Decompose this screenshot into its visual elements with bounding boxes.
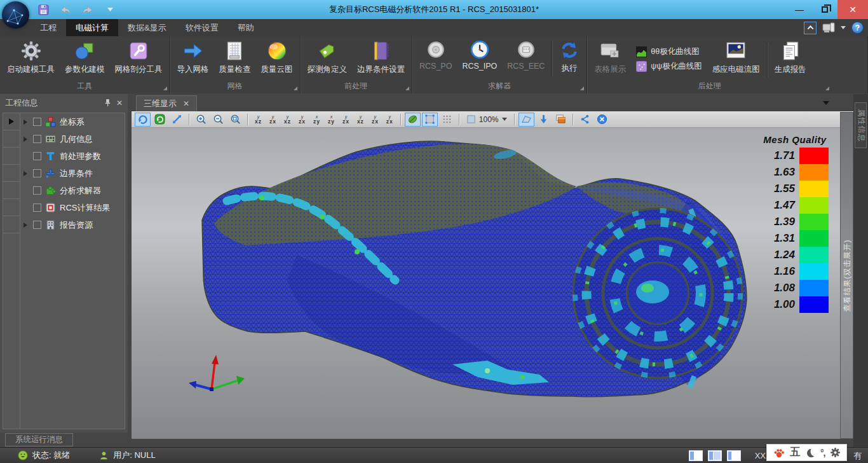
pan-zoom-button[interactable]: [169, 113, 185, 127]
save-button[interactable]: [37, 3, 50, 16]
3d-viewport[interactable]: Mesh Quality 1.71 1.63 1.55 1.47 1.39 1.…: [132, 128, 840, 439]
dialog-launcher-icon[interactable]: [294, 86, 297, 90]
axis-view-button-4[interactable]: yzx: [295, 113, 309, 127]
axis-view-button-9[interactable]: yzx: [369, 113, 382, 127]
axis-view-button-6[interactable]: xzy: [325, 113, 338, 127]
axis-view-button-8[interactable]: yxz: [354, 113, 367, 127]
help-button[interactable]: ?: [851, 22, 864, 34]
layout-narrow-panel-icon[interactable]: [727, 450, 741, 461]
quality-check-button[interactable]: 质量检查: [214, 38, 256, 81]
tree-item-preprocess-params[interactable]: 前处理参数: [20, 148, 125, 165]
ime-gear-icon[interactable]: [830, 447, 841, 458]
flat-surface-button[interactable]: [422, 113, 438, 127]
axis-view-button-5[interactable]: xzy: [310, 113, 323, 127]
checkbox[interactable]: [33, 118, 41, 126]
tree-item-boundary-condition[interactable]: 边界条件: [20, 165, 125, 182]
dialog-launcher-icon[interactable]: [825, 86, 829, 90]
tab-close-icon[interactable]: ✕: [183, 99, 189, 108]
redo-button[interactable]: [81, 3, 94, 16]
start-modeling-tool-button[interactable]: 启动建模工具: [2, 38, 60, 81]
table-display-button[interactable]: 表格展示: [589, 38, 631, 81]
window-layers-button[interactable]: [553, 113, 569, 127]
ime-punctuation-mode[interactable]: °,: [820, 448, 825, 458]
axis-view-button-3[interactable]: yxz: [281, 113, 294, 127]
checkbox[interactable]: [33, 152, 41, 160]
restore-button[interactable]: [812, 0, 837, 19]
rcs-po-button[interactable]: RCS_PO: [414, 38, 457, 81]
wireframe-points-button[interactable]: [439, 113, 455, 127]
axis-view-button-7[interactable]: yzx: [339, 113, 353, 127]
system-messages-tab[interactable]: 系统运行消息: [5, 433, 73, 446]
results-collapsed-panel[interactable]: 查看结果(双击展开): [840, 112, 853, 439]
menu-tab-help[interactable]: 帮助: [228, 19, 264, 36]
generate-report-button[interactable]: 生成报告: [770, 38, 811, 81]
meshing-tool-button[interactable]: 网格剖分工具: [110, 38, 168, 81]
checkbox[interactable]: [33, 169, 41, 177]
tree-item-report-resources[interactable]: 报告资源: [20, 216, 125, 233]
ime-wubi-mode[interactable]: 五: [790, 446, 801, 459]
layout-split-panel-icon[interactable]: [708, 450, 722, 461]
tree-item-geometry-info[interactable]: 几何信息: [20, 130, 125, 148]
quality-cloud-button[interactable]: 质量云图: [256, 38, 298, 81]
checkbox[interactable]: [33, 186, 41, 195]
dialog-launcher-icon[interactable]: [163, 86, 167, 90]
properties-panel-tab[interactable]: 属性信息: [855, 102, 867, 148]
ime-paw-icon[interactable]: [773, 447, 785, 459]
expander[interactable]: [24, 137, 29, 142]
pin-icon[interactable]: [104, 99, 111, 107]
zoom-in-button[interactable]: [193, 113, 209, 127]
zoom-fit-button[interactable]: [227, 113, 243, 127]
clip-plane-button[interactable]: [519, 113, 534, 127]
induced-current-map-button[interactable]: 感应电磁流图: [707, 38, 765, 81]
minimize-button[interactable]: —: [787, 0, 812, 19]
orbit-view-button[interactable]: [152, 113, 168, 127]
display-device-icon[interactable]: [822, 22, 835, 34]
axis-view-button-1[interactable]: yxz: [252, 113, 265, 127]
import-mesh-button[interactable]: 导入网格: [172, 38, 214, 81]
drop-view-button[interactable]: [536, 113, 552, 127]
expander[interactable]: [24, 223, 29, 228]
psi-polarization-curve-button[interactable]: ψψ极化曲线图: [636, 61, 702, 72]
tree-item-coordinate-system[interactable]: 坐标系: [20, 113, 125, 130]
menu-tab-settings[interactable]: 软件设置: [176, 19, 228, 36]
rcs-eec-button[interactable]: RCS_EEC: [502, 38, 550, 81]
undo-button[interactable]: [59, 3, 72, 16]
boundary-condition-button[interactable]: 边界条件设置: [352, 38, 410, 81]
dialog-launcher-icon[interactable]: [405, 86, 409, 90]
ime-moon-icon[interactable]: [805, 448, 815, 458]
qat-dropdown[interactable]: [104, 3, 116, 16]
menu-tab-project[interactable]: 工程: [31, 19, 66, 36]
checkbox[interactable]: [33, 221, 41, 229]
rotate-view-button[interactable]: [135, 113, 151, 127]
collapse-ribbon-button[interactable]: [804, 22, 817, 34]
rcs-ipo-button[interactable]: RCS_IPO: [457, 38, 502, 81]
ribbon-group-caption: 后处理: [587, 81, 832, 93]
tab-list-dropdown-icon[interactable]: [823, 101, 829, 105]
expander[interactable]: [24, 171, 29, 176]
expander[interactable]: [24, 120, 29, 125]
device-caret-icon[interactable]: [841, 26, 846, 29]
menu-tab-em-compute[interactable]: 电磁计算: [66, 19, 118, 36]
zoom-level-select[interactable]: 100%: [463, 114, 510, 124]
share-flow-button[interactable]: [577, 113, 593, 127]
checkbox[interactable]: [33, 204, 41, 212]
checkbox[interactable]: [33, 135, 41, 143]
shaded-render-button[interactable]: [405, 113, 421, 127]
tree-item-analysis-solver[interactable]: 分析求解器: [20, 182, 125, 199]
tree-item-rcs-results[interactable]: RCS计算结果: [20, 199, 125, 216]
parametric-modeling-button[interactable]: 参数化建模: [60, 38, 110, 81]
theta-polarization-curve-button[interactable]: θθ极化曲线图: [636, 46, 702, 57]
run-button[interactable]: 执行: [554, 38, 585, 81]
axis-view-button-2[interactable]: yzx: [266, 113, 280, 127]
tab-3d-display[interactable]: 三维显示 ✕: [136, 95, 197, 111]
project-panel-close-button[interactable]: ✕: [116, 99, 123, 107]
axis-view-button-10[interactable]: yzx: [383, 113, 397, 127]
probe-angle-button[interactable]: 探测角定义: [302, 38, 353, 81]
close-button[interactable]: ✕: [837, 0, 868, 19]
ribbon-group-preprocess: 探测角定义 边界条件设置 前处理: [301, 36, 413, 93]
zoom-out-button[interactable]: [210, 113, 226, 127]
dialog-launcher-icon[interactable]: [580, 86, 584, 90]
close-view-button[interactable]: [594, 113, 610, 127]
layout-left-panel-icon[interactable]: [689, 450, 703, 461]
menu-tab-data-display[interactable]: 数据&显示: [118, 19, 176, 36]
